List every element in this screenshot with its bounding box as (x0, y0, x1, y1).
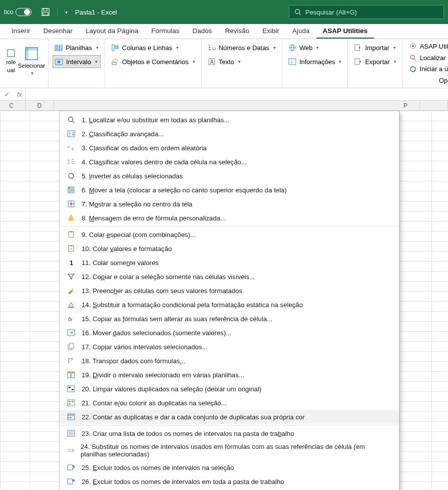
menu-item-6[interactable]: 6. Mover a tela (colocar a seleção no ca… (60, 183, 399, 197)
svg-rect-57 (72, 372, 75, 373)
copymulti-icon (67, 342, 76, 351)
col-header-p[interactable]: P (392, 101, 420, 110)
tab-exibir[interactable]: Exibir (256, 24, 286, 39)
menu-item-19[interactable]: 19. Dividir o intervalo selecionado em v… (60, 368, 399, 382)
svg-rect-63 (72, 401, 74, 402)
svg-point-27 (410, 55, 414, 59)
svg-rect-47 (70, 248, 73, 251)
title-bar: tico ▾ Pasta1 - Excel Pesquisar (Alt+G) (0, 0, 448, 24)
formula-bar: ✓ fx (0, 88, 448, 101)
svg-rect-59 (69, 387, 71, 388)
svg-rect-13 (115, 46, 118, 47)
search-box[interactable]: Pesquisar (Alt+G) (289, 5, 444, 19)
menu-item-24[interactable]: 24. Substituir os nomes de intervalos us… (60, 440, 399, 460)
numeros-datas-button[interactable]: 12Números e Datas▾ (206, 41, 278, 54)
importar-button[interactable]: Importar▾ (352, 41, 398, 54)
tab-ajuda[interactable]: Ajuda (286, 24, 316, 39)
list-icon (67, 429, 76, 438)
tab-asap-utilities[interactable]: ASAP Utilities (316, 24, 374, 39)
menu-item-12[interactable]: 12. Copiar e colar a seleção somente nas… (60, 270, 399, 284)
texto-button[interactable]: ATexto▾ (206, 55, 278, 68)
opcoes-button[interactable]: Opçõe (407, 75, 448, 86)
menu-item-23[interactable]: 23. Criar uma lista de todos os nomes de… (60, 426, 399, 440)
search-placeholder: Pesquisar (Alt+G) (305, 9, 357, 16)
autosave-toggle[interactable]: tico (4, 7, 34, 17)
tab-inserir[interactable]: Inserir (5, 24, 37, 39)
svg-rect-70 (70, 417, 72, 418)
svg-rect-11 (58, 61, 60, 63)
search-icon (67, 115, 76, 124)
menu-item-label: 24. Substituir os nomes de intervalos us… (81, 443, 392, 458)
menu-item-label: 2. Classificação avançada... (82, 130, 164, 138)
col-header-q[interactable] (420, 101, 448, 110)
svg-rect-53 (70, 343, 74, 348)
one-icon: 1 (67, 258, 76, 267)
menu-item-5[interactable]: 5. Inverter as células selecionadas (60, 169, 399, 183)
save-icon[interactable] (42, 8, 50, 16)
col-header-d[interactable]: D (26, 101, 54, 110)
menu-item-3[interactable]: á字3. Classificar os dados em ordem aleat… (60, 141, 399, 155)
replace-icon (67, 446, 75, 455)
menu-item-label: 20. Limpar valores duplicados na seleção… (82, 385, 261, 393)
planilhas-button[interactable]: Planilhas▾ (53, 41, 101, 54)
colorgroup-icon (67, 412, 76, 421)
svg-text:A: A (210, 59, 214, 65)
colordup-icon (67, 398, 76, 407)
svg-point-49 (71, 302, 72, 303)
tab-formulas[interactable]: Fórmulas (145, 24, 186, 39)
svg-rect-46 (70, 245, 73, 247)
search-icon (294, 9, 301, 16)
svg-rect-66 (68, 414, 70, 416)
menu-item-16[interactable]: 16. Mover dados selecionados (somente va… (60, 326, 399, 340)
menu-item-10[interactable]: 10. Colar valores e formatação (60, 241, 399, 256)
menu-item-1[interactable]: 1. Localizar e/ou substituir em todas as… (60, 113, 399, 127)
role-button[interactable]: role ual (4, 41, 18, 81)
svg-text:1: 1 (70, 259, 73, 267)
menu-item-11[interactable]: 111. Colar somente valores (60, 256, 399, 270)
menu-item-label: 25. Excluir todos os nomes de intervalos… (82, 464, 234, 471)
menu-item-label: 10. Colar valores e formatação (82, 245, 172, 253)
menu-item-15[interactable]: fx15. Copiar as fórmulas sem alterar as … (60, 312, 399, 326)
web-button[interactable]: Web▾ (286, 41, 344, 54)
iniciar-ultima-button[interactable]: Iniciar a últim (407, 64, 448, 75)
menu-item-4[interactable]: AZ4. Classificar valores dentro de cada … (60, 155, 399, 169)
menu-item-8[interactable]: !8. Mensagem de erro de fórmula personal… (60, 211, 399, 225)
menu-item-14[interactable]: 14. Substituir a formatação condicional … (60, 298, 399, 312)
formula-check-icon[interactable]: ✓ (0, 90, 14, 98)
menu-item-label: 14. Substituir a formatação condicional … (82, 301, 303, 309)
customize-qat-dropdown[interactable]: ▾ (65, 10, 68, 15)
menu-item-7[interactable]: 7. Mostrar a seleção no centro da tela (60, 197, 399, 211)
col-header-c[interactable]: C (0, 101, 26, 110)
tab-layout[interactable]: Layout da Página (79, 24, 145, 39)
menu-item-2[interactable]: AZ2. Classificação avançada... (60, 127, 399, 141)
menu-item-17[interactable]: 17. Copiar vários intervalos selecionado… (60, 340, 399, 354)
menu-item-18[interactable]: 18. Transpor dados com fórmulas... (60, 354, 399, 368)
menu-item-26[interactable]: 26. Excluir todos os nomes de intervalos… (60, 474, 399, 488)
menu-item-25[interactable]: 25. Excluir todos os nomes de intervalos… (60, 460, 399, 474)
refresh-icon (67, 171, 76, 180)
selecionar-button[interactable]: Selecionar ▾ (19, 41, 44, 81)
menu-item-label: 17. Copiar vários intervalos selecionado… (82, 343, 207, 351)
asap-options-button[interactable]: ASAP Utilitie (407, 41, 448, 52)
exportar-button[interactable]: Exportar▾ (352, 55, 398, 68)
autosave-label: tico (4, 9, 14, 16)
menu-item-20[interactable]: 20. Limpar valores duplicados na seleção… (60, 382, 399, 396)
fx-icon[interactable]: fx (14, 91, 25, 98)
tab-desenhar[interactable]: Desenhar (37, 24, 80, 39)
funnel-icon (67, 272, 76, 281)
tab-revisao[interactable]: Revisão (218, 24, 256, 39)
colunas-linhas-button[interactable]: Colunas e Linhas▾ (109, 41, 197, 54)
menu-item-22[interactable]: 22. Contar as duplicatas e dar a cada co… (60, 410, 399, 424)
svg-rect-8 (26, 48, 29, 60)
menu-item-label: 16. Mover dados selecionados (somente va… (82, 329, 231, 337)
menu-item-13[interactable]: 13. Preencher as células com seus valore… (60, 284, 399, 298)
intervalo-button[interactable]: Intervalo▾ (53, 55, 101, 68)
menu-item-9[interactable]: 9. Colar especial (com combinações)... (60, 227, 399, 241)
tab-dados[interactable]: Dados (186, 24, 218, 39)
objetos-comentarios-button[interactable]: Objetos e Comentários▾ (109, 55, 197, 68)
informacoes-button[interactable]: iInformações▾ (286, 55, 344, 68)
localizar-button[interactable]: Localizar e s (407, 53, 448, 63)
spreadsheet-grid[interactable]: 1. Localizar e/ou substituir em todas as… (0, 111, 448, 490)
formula-input[interactable] (25, 88, 448, 100)
menu-item-21[interactable]: 21. Contar e/ou colorir as duplicatas na… (60, 396, 399, 410)
